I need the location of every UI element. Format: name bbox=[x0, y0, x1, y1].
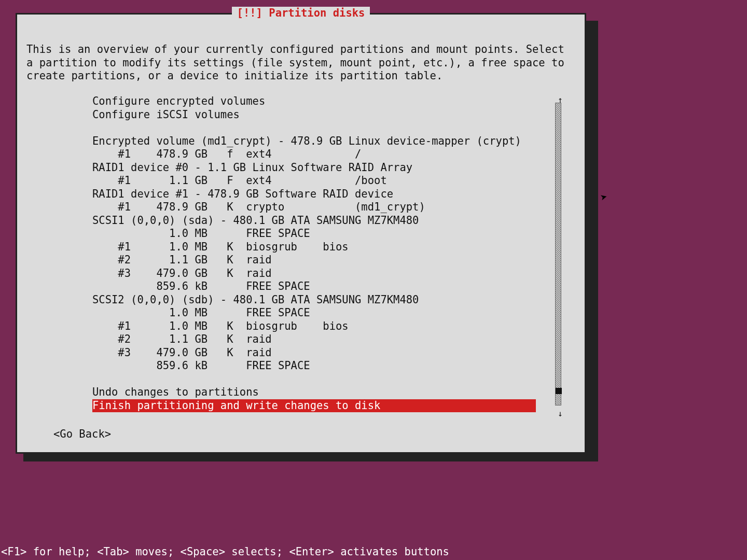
partition-dialog: [!!] Partition disks This is an overview… bbox=[16, 13, 586, 454]
list-item[interactable]: #3 479.0 GB K raid bbox=[92, 346, 536, 360]
list-item[interactable]: #1 1.1 GB F ext4 /boot bbox=[92, 174, 536, 188]
title-wrap: [!!] Partition disks bbox=[17, 7, 585, 20]
list-item[interactable]: Configure encrypted volumes bbox=[92, 95, 536, 108]
list-item[interactable]: Finish partitioning and write changes to… bbox=[92, 399, 536, 413]
list-item[interactable] bbox=[92, 373, 536, 386]
list-item[interactable]: RAID1 device #0 - 1.1 GB Linux Software … bbox=[92, 161, 536, 175]
partition-list[interactable]: Configure encrypted volumesConfigure iSC… bbox=[92, 95, 536, 412]
intro-text: This is an overview of your currently co… bbox=[26, 43, 575, 83]
list-item[interactable]: 859.6 kB FREE SPACE bbox=[92, 280, 536, 293]
list-item[interactable] bbox=[92, 121, 536, 135]
list-item[interactable]: 1.0 MB FREE SPACE bbox=[92, 306, 536, 320]
help-bar: <F1> for help; <Tab> moves; <Space> sele… bbox=[0, 545, 747, 560]
list-item[interactable]: 859.6 kB FREE SPACE bbox=[92, 359, 536, 373]
scrollbar-thumb[interactable] bbox=[556, 388, 562, 394]
list-item[interactable]: #2 1.1 GB K raid bbox=[92, 254, 536, 267]
list-item[interactable]: SCSI2 (0,0,0) (sdb) - 480.1 GB ATA SAMSU… bbox=[92, 293, 536, 307]
list-item[interactable]: #2 1.1 GB K raid bbox=[92, 333, 536, 346]
list-item[interactable]: #1 1.0 MB K biosgrub bios bbox=[92, 320, 536, 333]
dialog-title: [!!] Partition disks bbox=[232, 7, 370, 20]
scrollbar-track[interactable] bbox=[555, 103, 561, 405]
list-item[interactable]: SCSI1 (0,0,0) (sda) - 480.1 GB ATA SAMSU… bbox=[92, 214, 536, 228]
mouse-cursor-icon: ➤ bbox=[599, 190, 609, 205]
go-back-button[interactable]: <Go Back> bbox=[53, 428, 111, 441]
list-item[interactable]: RAID1 device #1 - 478.9 GB Software RAID… bbox=[92, 188, 536, 201]
list-item[interactable]: #1 1.0 MB K biosgrub bios bbox=[92, 241, 536, 254]
list-item[interactable]: #3 479.0 GB K raid bbox=[92, 267, 536, 281]
list-item[interactable]: #1 478.9 GB f ext4 / bbox=[92, 148, 536, 161]
scroll-down-icon[interactable]: ↓ bbox=[558, 407, 563, 421]
list-item[interactable]: Undo changes to partitions bbox=[92, 386, 536, 399]
list-item[interactable]: 1.0 MB FREE SPACE bbox=[92, 227, 536, 241]
list-item[interactable]: Configure iSCSI volumes bbox=[92, 108, 536, 122]
list-item[interactable]: Encrypted volume (md1_crypt) - 478.9 GB … bbox=[92, 135, 536, 148]
list-item[interactable]: #1 478.9 GB K crypto (md1_crypt) bbox=[92, 201, 536, 214]
